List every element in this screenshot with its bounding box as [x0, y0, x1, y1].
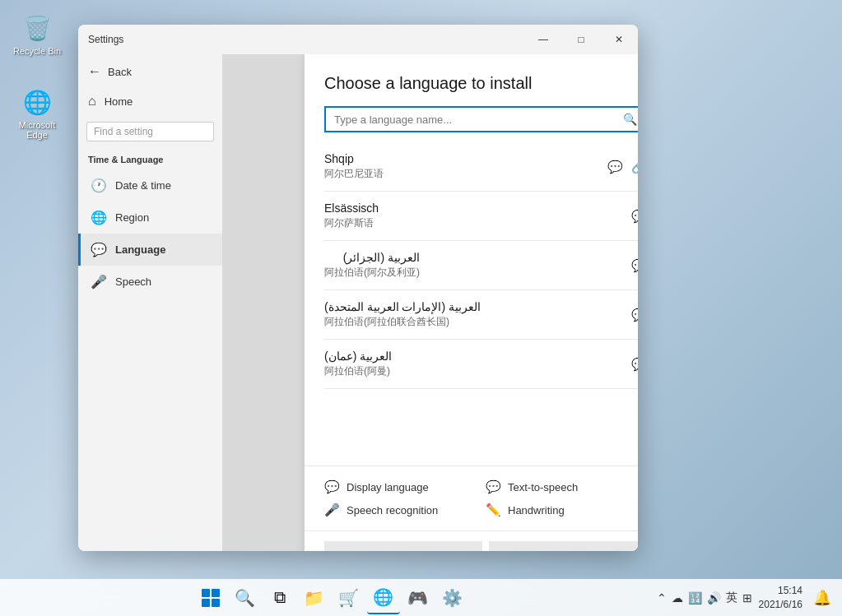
dialog-title: Choose a language to install	[305, 54, 638, 106]
back-button[interactable]: ← Back	[78, 58, 222, 86]
edge-taskbar-button[interactable]: 🌐	[367, 581, 400, 614]
sidebar: ← Back ⌂ Home Find a setting Time & Lang…	[78, 54, 222, 551]
desktop: 🗑️ Recycle Bin 🌐 Microsoft Edge Settings…	[0, 0, 842, 616]
back-arrow-icon: ←	[88, 64, 101, 79]
taskbar-clock[interactable]: 15:14 2021/6/16	[759, 584, 802, 612]
minimize-button[interactable]: —	[524, 25, 562, 54]
windows-logo-icon	[202, 589, 220, 607]
titlebar-controls: — □ ✕	[524, 25, 638, 54]
taskbar-center: 🔍 ⧉ 📁 🛒 🌐 🎮 ⚙️	[194, 581, 469, 614]
list-item[interactable]: Elsässisch 阿尔萨斯语 💬	[324, 192, 638, 241]
sidebar-item-home[interactable]: ⌂ Home	[78, 86, 222, 117]
language-list: Shqip 阿尔巴尼亚语 💬 🔗	[305, 142, 638, 465]
start-button[interactable]	[194, 581, 227, 614]
maximize-button[interactable]: □	[562, 25, 600, 54]
speech-feature-icon: 🎤	[324, 503, 340, 517]
settings-body: ← Back ⌂ Home Find a setting Time & Lang…	[78, 54, 638, 551]
sidebar-section-label: Time & Language	[78, 146, 222, 169]
sidebar-item-region[interactable]: 🌐 Region	[78, 201, 222, 234]
task-view-button[interactable]: ⧉	[263, 581, 296, 614]
date-time-icon: 🕐	[91, 178, 107, 193]
volume-icon[interactable]: 🔊	[707, 591, 721, 604]
language-search-box[interactable]: 🔍	[324, 106, 638, 132]
font-icon: 💬	[607, 160, 623, 174]
list-item[interactable]: Shqip 阿尔巴尼亚语 💬 🔗	[324, 142, 638, 192]
notification-button[interactable]: 🔔	[809, 585, 835, 611]
language-icon: 💬	[91, 242, 107, 257]
language-search-input[interactable]	[334, 113, 623, 126]
find-setting-input[interactable]: Find a setting	[86, 122, 214, 141]
input-method-icon[interactable]: 英	[726, 591, 737, 605]
system-tray: ⌃ ☁ 🔢 🔊 英 ⊞	[657, 591, 752, 605]
taskbar: 🔍 ⧉ 📁 🛒 🌐 🎮 ⚙️ ⌃ ☁ 🔢 🔊 英 ⊞ 15:14 2021/6/…	[0, 579, 842, 616]
feature-display-language: 💬 Display language	[324, 479, 486, 494]
dialog-overlay: Choose a language to install 🔍 Shqip	[222, 54, 638, 551]
feature-text-to-speech: 💬 Text-to-speech	[486, 479, 638, 494]
chevron-up-icon[interactable]: ⌃	[657, 591, 667, 604]
settings-window: Settings — □ ✕ ← Back ⌂ Home Find a sett…	[78, 25, 638, 551]
list-item[interactable]: العربية (الإمارات العربية المتحدة) 阿拉伯语(…	[324, 290, 638, 340]
dialog-features: 💬 Display language 💬 Text-to-speech 🎤 Sp…	[305, 465, 638, 530]
handwriting-feature-icon: ✏️	[486, 503, 501, 517]
font-icon: 💬	[631, 308, 638, 322]
feature-handwriting: ✏️ Handwriting	[486, 503, 638, 517]
network-icon[interactable]: ☁	[672, 591, 683, 604]
sidebar-item-language[interactable]: 💬 Language	[78, 234, 222, 266]
sidebar-item-date-time[interactable]: 🕐 Date & time	[78, 169, 222, 201]
settings-titlebar: Settings — □ ✕	[78, 25, 638, 54]
display-lang-feature-icon: 💬	[324, 479, 340, 494]
home-icon: ⌂	[88, 94, 96, 109]
ime-icon[interactable]: ⊞	[742, 591, 752, 604]
file-explorer-button[interactable]: 📁	[298, 581, 331, 614]
display-icon[interactable]: 🔢	[688, 591, 702, 604]
settings-title: Settings	[88, 34, 123, 45]
recycle-bin-icon[interactable]: 🗑️ Recycle Bin	[8, 8, 66, 59]
cancel-button[interactable]: Cancel	[489, 541, 638, 551]
list-item[interactable]: العربية (الجزائر) 阿拉伯语(阿尔及利亚) 💬	[324, 241, 638, 290]
feature-speech-recognition: 🎤 Speech recognition	[324, 503, 486, 517]
region-icon: 🌐	[91, 210, 107, 225]
link-icon: 🔗	[631, 160, 638, 174]
settings-taskbar-button[interactable]: ⚙️	[436, 581, 469, 614]
font-icon: 💬	[631, 209, 638, 224]
taskbar-right: ⌃ ☁ 🔢 🔊 英 ⊞ 15:14 2021/6/16 🔔	[657, 584, 835, 612]
tts-feature-icon: 💬	[486, 479, 501, 494]
xbox-button[interactable]: 🎮	[402, 581, 435, 614]
next-button[interactable]: Next	[324, 541, 482, 551]
sidebar-item-speech[interactable]: 🎤 Speech	[78, 266, 222, 298]
search-icon: 🔍	[623, 113, 637, 126]
list-item[interactable]: العربية (عمان) 阿拉伯语(阿曼) 💬	[324, 340, 638, 389]
search-taskbar-button[interactable]: 🔍	[229, 581, 262, 614]
main-content: Remove 💬 🔊 🎤 🖊 🗣 Choose a language to in…	[222, 54, 638, 551]
microsoft-edge-icon[interactable]: 🌐 Microsoft Edge	[8, 82, 66, 143]
microsoft-store-button[interactable]: 🛒	[333, 581, 365, 614]
font-icon: 💬	[631, 258, 638, 273]
speech-icon: 🎤	[91, 274, 107, 289]
close-button[interactable]: ✕	[600, 25, 638, 54]
language-install-dialog: Choose a language to install 🔍 Shqip	[305, 54, 638, 551]
font-icon: 💬	[631, 357, 638, 372]
dialog-footer: Next Cancel	[305, 530, 638, 551]
